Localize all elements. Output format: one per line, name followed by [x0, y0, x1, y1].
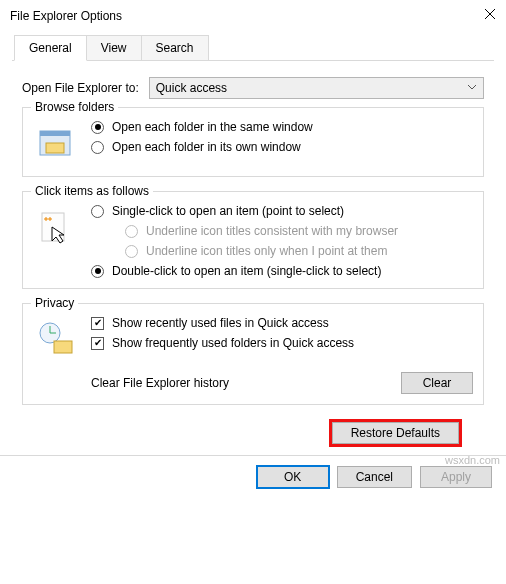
chevron-down-icon: [467, 81, 477, 95]
radio-double-click[interactable]: Double-click to open an item (single-cli…: [91, 264, 398, 278]
close-icon[interactable]: [484, 8, 496, 23]
svg-rect-3: [40, 131, 70, 136]
restore-defaults-button[interactable]: Restore Defaults: [332, 422, 459, 444]
privacy-group: Privacy Show recently used files in Quic…: [22, 303, 484, 405]
radio-single-click[interactable]: Single-click to open an item (point to s…: [91, 204, 398, 218]
folder-window-icon: [33, 120, 79, 166]
open-to-label: Open File Explorer to:: [22, 81, 139, 95]
apply-button: Apply: [420, 466, 492, 488]
clear-history-label: Clear File Explorer history: [91, 376, 385, 390]
open-to-value: Quick access: [156, 81, 227, 95]
clear-button[interactable]: Clear: [401, 372, 473, 394]
window-title: File Explorer Options: [10, 9, 122, 23]
svg-rect-4: [46, 143, 64, 153]
clock-folder-icon: [33, 316, 79, 362]
tab-search[interactable]: Search: [141, 35, 209, 61]
watermark-text: wsxdn.com: [445, 454, 500, 466]
tab-general[interactable]: General: [14, 35, 87, 61]
browse-legend: Browse folders: [31, 100, 118, 114]
cancel-button[interactable]: Cancel: [337, 466, 412, 488]
cursor-icon: [33, 204, 79, 250]
click-legend: Click items as follows: [31, 184, 153, 198]
highlight-restore: Restore Defaults: [329, 419, 462, 447]
radio-same-window[interactable]: Open each folder in the same window: [91, 120, 313, 134]
tab-view[interactable]: View: [86, 35, 142, 61]
radio-own-window[interactable]: Open each folder in its own window: [91, 140, 313, 154]
check-frequent-folders[interactable]: Show frequently used folders in Quick ac…: [91, 336, 354, 350]
radio-underline-point: Underline icon titles only when I point …: [125, 244, 398, 258]
privacy-legend: Privacy: [31, 296, 78, 310]
check-recent-files[interactable]: Show recently used files in Quick access: [91, 316, 354, 330]
click-items-group: Click items as follows Single-click to o…: [22, 191, 484, 289]
open-to-dropdown[interactable]: Quick access: [149, 77, 484, 99]
svg-rect-9: [54, 341, 72, 353]
radio-underline-browser: Underline icon titles consistent with my…: [125, 224, 398, 238]
ok-button[interactable]: OK: [257, 466, 329, 488]
browse-folders-group: Browse folders Open each folder in the s…: [22, 107, 484, 177]
